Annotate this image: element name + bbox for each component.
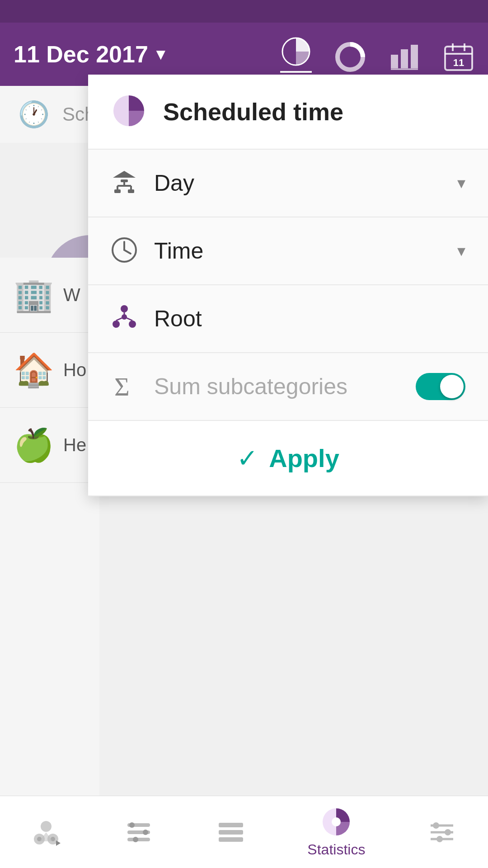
sidebar-item-work[interactable]: 🏢 W [0, 258, 99, 333]
svg-text:Σ: Σ [114, 372, 130, 399]
building-icon: 🏢 [14, 276, 54, 314]
statistics-label: Statistics [307, 841, 365, 858]
svg-rect-4 [411, 45, 418, 68]
svg-point-28 [129, 321, 136, 328]
day-label: Day [154, 170, 441, 196]
svg-point-52 [433, 822, 439, 829]
apple-icon: 🍏 [14, 426, 54, 464]
svg-point-27 [113, 321, 120, 328]
bottom-nav-activity[interactable] [21, 812, 71, 853]
svg-point-43 [133, 837, 138, 842]
tools-icon [123, 816, 155, 848]
bottom-nav: Statistics [0, 796, 488, 868]
svg-marker-37 [56, 840, 61, 846]
svg-rect-46 [219, 837, 243, 842]
bottom-nav-filter[interactable] [417, 812, 467, 853]
time-dropdown-arrow: ▾ [457, 241, 465, 260]
time-label: Time [154, 238, 441, 264]
sidebar-item-work-label: W [63, 285, 80, 305]
statistics-icon [320, 806, 352, 838]
list-icon [215, 816, 247, 848]
svg-rect-44 [219, 823, 243, 827]
svg-rect-19 [128, 189, 134, 193]
sidebar-item-home[interactable]: 🏠 Ho [0, 333, 99, 408]
donut-chart-icon [334, 41, 366, 73]
tree-icon [111, 304, 138, 333]
dropdown-title: Scheduled time [163, 98, 343, 126]
clock-icon-main: 🕐 [18, 99, 50, 129]
sidebar-item-health[interactable]: 🍏 He [0, 408, 99, 483]
bottom-nav-list[interactable] [206, 812, 256, 853]
dropdown-item-root[interactable]: Root [88, 285, 488, 353]
day-dropdown-arrow: ▾ [457, 174, 465, 193]
bar-chart-icon [389, 41, 420, 73]
apply-row[interactable]: ✓ Apply [88, 421, 488, 496]
calendar-icon: 11 [443, 41, 474, 73]
status-bar [0, 0, 488, 23]
calendar-tab[interactable]: 11 [443, 41, 474, 73]
svg-line-22 [124, 250, 131, 254]
svg-point-54 [436, 836, 443, 842]
toolbar-date-group[interactable]: 11 Dec 2017 ▾ [14, 41, 262, 68]
svg-point-53 [445, 829, 451, 835]
svg-text:11: 11 [453, 57, 464, 68]
svg-point-29 [122, 314, 127, 320]
sidebar-item-home-label: Ho [63, 360, 86, 380]
svg-rect-3 [401, 49, 408, 68]
svg-point-23 [121, 305, 128, 312]
sidebar-item-health-label: He [63, 435, 86, 455]
svg-rect-18 [114, 189, 121, 193]
root-label: Root [154, 306, 465, 332]
pie-chart-tab[interactable] [280, 36, 312, 73]
sum-subcategories-toggle[interactable] [416, 373, 465, 400]
activity-icon [30, 816, 62, 848]
toolbar-icons: 11 [280, 36, 474, 73]
svg-point-48 [332, 817, 341, 826]
dropdown-overlay: Scheduled time Day ▾ [88, 75, 488, 496]
apply-check-icon: ✓ [237, 443, 258, 473]
home-icon: 🏠 [14, 351, 54, 389]
svg-rect-13 [121, 179, 128, 182]
svg-rect-2 [391, 55, 398, 68]
sigma-icon: Σ [111, 372, 138, 401]
bottom-nav-statistics[interactable]: Statistics [298, 802, 374, 863]
svg-rect-45 [219, 830, 243, 835]
dropdown-header: Scheduled time [88, 75, 488, 150]
clock-icon [111, 236, 138, 265]
svg-marker-12 [113, 171, 136, 178]
svg-rect-40 [127, 838, 150, 841]
apply-button[interactable]: Apply [269, 443, 339, 473]
svg-point-42 [143, 830, 148, 835]
svg-point-41 [129, 822, 135, 828]
dropdown-item-time[interactable]: Time ▾ [88, 217, 488, 285]
donut-chart-tab[interactable] [334, 41, 366, 73]
toggle-thumb [440, 375, 464, 398]
date-label: 11 Dec 2017 [14, 41, 148, 68]
scheduled-time-icon [111, 93, 147, 131]
dropdown-item-day[interactable]: Day ▾ [88, 150, 488, 217]
svg-point-33 [41, 821, 52, 832]
date-dropdown-arrow[interactable]: ▾ [156, 45, 164, 64]
hierarchy-icon [111, 169, 138, 198]
dropdown-item-sum[interactable]: Σ Sum subcategories [88, 353, 488, 421]
sidebar-items: 🏢 W 🏠 Ho 🍏 He [0, 258, 99, 796]
bar-chart-tab[interactable] [389, 41, 420, 73]
sum-subcategories-label: Sum subcategories [154, 373, 399, 400]
filter-icon [426, 816, 458, 848]
bottom-nav-tools[interactable] [114, 812, 164, 853]
pie-chart-icon [280, 36, 312, 67]
